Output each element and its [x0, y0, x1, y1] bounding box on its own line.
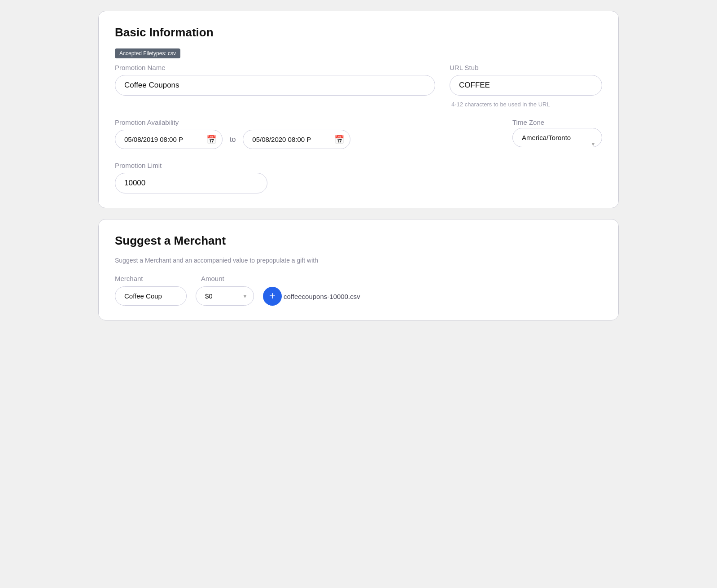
name-url-row: Promotion Name URL Stub 4-12 characters …	[115, 64, 602, 108]
url-stub-label: URL Stub	[450, 64, 602, 71]
to-label: to	[230, 136, 236, 144]
availability-row: 📅 to 📅	[115, 130, 350, 149]
url-stub-group: URL Stub 4-12 characters to be used in t…	[450, 64, 602, 108]
suggest-merchant-title: Suggest a Merchant	[115, 234, 602, 248]
merchant-input[interactable]	[115, 286, 187, 306]
file-name-label: coffeecoupons-10000.csv	[284, 293, 360, 300]
promotion-limit-label: Promotion Limit	[115, 162, 602, 169]
amount-select-wrapper: $0 $5 $10 $25 ▼	[196, 286, 254, 306]
url-stub-input[interactable]	[450, 75, 602, 96]
merchant-label: Merchant	[115, 275, 143, 282]
timezone-group: Time Zone America/Toronto America/New_Yo…	[512, 118, 602, 147]
promotion-limit-group: Promotion Limit	[115, 162, 602, 193]
plus-icon: +	[269, 290, 275, 301]
merchant-labels-row: Merchant Amount	[115, 275, 602, 283]
tooltip-badge: Accepted Filetypes: csv	[115, 48, 602, 64]
basic-info-title: Basic Information	[115, 26, 602, 39]
basic-information-card: Basic Information Accepted Filetypes: cs…	[98, 11, 619, 208]
start-datetime-input[interactable]	[115, 130, 223, 149]
amount-label: Amount	[201, 275, 224, 282]
promotion-name-group: Promotion Name	[115, 64, 435, 96]
promotion-name-label: Promotion Name	[115, 64, 435, 71]
merchant-inputs-row: $0 $5 $10 $25 ▼ + coffeecoupons-10000.cs…	[115, 286, 602, 306]
add-file-button[interactable]: +	[263, 287, 282, 306]
start-datetime-wrapper: 📅	[115, 130, 223, 149]
timezone-select[interactable]: America/Toronto America/New_York America…	[512, 128, 602, 147]
availability-label: Promotion Availability	[115, 118, 350, 126]
promotion-limit-input[interactable]	[115, 173, 267, 193]
availability-section: Promotion Availability 📅 to 📅 Time Zone	[115, 118, 602, 151]
timezone-label: Time Zone	[512, 118, 602, 126]
url-hint: 4-12 characters to be used in the URL	[450, 101, 602, 108]
amount-select[interactable]: $0 $5 $10 $25	[196, 286, 254, 306]
end-datetime-wrapper: 📅	[243, 130, 350, 149]
suggest-merchant-subtitle: Suggest a Merchant and an accompanied va…	[115, 257, 602, 264]
end-datetime-input[interactable]	[243, 130, 350, 149]
file-upload-area: + coffeecoupons-10000.csv	[263, 287, 360, 306]
availability-group: Promotion Availability 📅 to 📅	[115, 118, 350, 151]
promotion-name-input[interactable]	[115, 75, 435, 96]
suggest-merchant-card: Suggest a Merchant Suggest a Merchant an…	[98, 219, 619, 320]
